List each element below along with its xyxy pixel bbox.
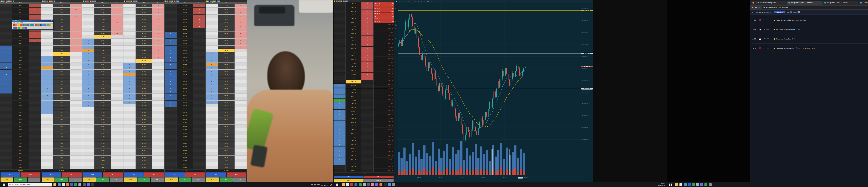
pointer-icon[interactable]: ➤ — [395, 4, 397, 6]
taskbar-app-trading-platform[interactable] — [350, 183, 353, 186]
ladder-row[interactable]: 1114779.00 — [334, 136, 374, 139]
ladder-row[interactable]: 157342 — [206, 45, 247, 49]
cancel-button[interactable]: CXL — [192, 177, 205, 182]
ask-cell[interactable] — [235, 145, 247, 149]
ask-cell[interactable] — [70, 114, 82, 118]
ladder-row[interactable]: 15696 — [164, 166, 206, 169]
ask-cell[interactable]: 5 — [235, 4, 247, 7]
bid-cell[interactable] — [123, 25, 135, 28]
ask-cell[interactable]: 7 — [235, 21, 247, 25]
bid-cell[interactable]: 3 — [82, 45, 94, 49]
ladder-row[interactable]: 157422 — [0, 14, 41, 18]
ladder-row[interactable]: 815723 — [0, 80, 41, 83]
quote-row[interactable]: 14788.50 — [374, 146, 394, 150]
ladder-row[interactable]: 815720 — [0, 90, 41, 94]
ladder-row[interactable]: 214780.50 — [334, 113, 374, 117]
ladder-row[interactable]: 15708 — [123, 145, 164, 149]
bid-cell[interactable] — [41, 121, 53, 124]
bid-cell[interactable] — [41, 149, 53, 152]
ladder-tool-icon[interactable] — [215, 1, 216, 2]
ask-cell[interactable] — [235, 94, 247, 97]
ask-cell[interactable]: 7 — [362, 54, 374, 58]
bid-cell[interactable] — [164, 118, 177, 121]
ask-cell[interactable] — [362, 121, 374, 124]
ask-cell[interactable] — [235, 52, 247, 55]
ladder-row[interactable]: 1574612 — [41, 8, 82, 11]
ladder-row[interactable]: 314778.50 — [334, 143, 374, 147]
bid-cell[interactable]: 9 — [334, 84, 346, 87]
ask-cell[interactable] — [111, 59, 123, 63]
ask-cell[interactable] — [70, 128, 82, 132]
taskbar-app-file-explorer[interactable] — [675, 183, 678, 186]
line-icon[interactable]: ∕ — [396, 11, 396, 13]
ladder-row[interactable]: 157481 — [123, 8, 164, 11]
ask-cell[interactable]: 3 — [362, 65, 374, 69]
bid-cell[interactable]: 2 — [0, 63, 12, 66]
bid-cell[interactable] — [41, 11, 53, 14]
ask-cell[interactable] — [111, 49, 123, 52]
bid-cell[interactable] — [0, 14, 12, 18]
ask-cell[interactable]: 9 — [152, 45, 164, 49]
bid-cell[interactable]: 2 — [334, 113, 346, 117]
ladder-row[interactable]: 715728 — [82, 59, 123, 63]
bid-cell[interactable] — [123, 132, 135, 135]
ladder-row[interactable]: 715715 — [164, 101, 206, 104]
ladder-row[interactable]: 714778.75 — [334, 139, 374, 143]
ladder-row[interactable]: 215731 — [206, 56, 247, 59]
bid-cell[interactable]: 15 — [334, 87, 346, 91]
ray-icon[interactable]: → — [395, 14, 397, 16]
ask-cell[interactable]: 3 — [152, 52, 164, 55]
ask-cell[interactable] — [193, 162, 206, 166]
ladder-row[interactable]: 414779.75 — [334, 124, 374, 128]
flat-button[interactable]: FLAT — [206, 177, 219, 182]
calendar-tool-icon[interactable] — [39, 24, 42, 26]
bid-cell[interactable] — [41, 135, 53, 138]
ladder-row[interactable]: 415728 — [164, 56, 206, 59]
ladder-tool-icon[interactable] — [172, 1, 174, 2]
ask-cell[interactable]: 5 — [362, 73, 374, 76]
bid-cell[interactable]: 7 — [206, 87, 218, 90]
ladder-row[interactable]: 15707 — [0, 135, 41, 138]
ask-cell[interactable]: 2 — [362, 58, 374, 61]
bid-cell[interactable]: 6 — [41, 107, 53, 111]
ask-cell[interactable]: 12 — [193, 4, 206, 7]
ladder-row[interactable]: 15697 — [82, 166, 123, 169]
ladder-row[interactable]: 715722 — [206, 87, 247, 90]
ask-cell[interactable] — [235, 104, 247, 107]
ladder-row[interactable]: 615730 — [0, 56, 41, 59]
ladder-row[interactable]: 515716 — [82, 101, 123, 104]
bid-cell[interactable]: 1 — [0, 52, 12, 55]
ladder-row[interactable]: 15709 — [82, 125, 123, 128]
cancel-button[interactable]: CXL — [233, 177, 246, 182]
ladder-tool-icon[interactable] — [6, 1, 7, 2]
ask-cell[interactable]: 1 — [152, 21, 164, 25]
bid-cell[interactable] — [123, 35, 135, 38]
ladder-tool-icon[interactable] — [212, 1, 213, 2]
bid-cell[interactable]: 4 — [82, 87, 94, 90]
bid-cell[interactable]: 4 — [334, 99, 346, 102]
ask-cell[interactable]: 2 — [29, 14, 41, 18]
ladder-row[interactable]: 157492 — [123, 4, 164, 8]
ladder-tool-icon[interactable] — [1, 1, 2, 2]
ask-cell[interactable]: 9 — [193, 25, 206, 28]
ladder-row[interactable]: 15707 — [82, 132, 123, 135]
bid-cell[interactable] — [41, 39, 53, 42]
ask-cell[interactable] — [29, 145, 41, 149]
bid-cell[interactable]: 4 — [206, 76, 218, 80]
cancel-button[interactable]: CXL — [69, 177, 82, 182]
ladder-row[interactable]: 15712 — [82, 114, 123, 118]
bid-cell[interactable] — [41, 152, 53, 155]
taskbar-app-edge[interactable] — [684, 183, 687, 186]
ask-cell[interactable]: 3 — [70, 18, 82, 21]
ask-cell[interactable] — [193, 56, 206, 59]
bid-cell[interactable]: 3 — [164, 87, 177, 90]
bid-cell[interactable] — [206, 132, 218, 135]
bid-cell[interactable]: 2 — [41, 90, 53, 94]
ask-cell[interactable] — [70, 111, 82, 114]
bid-cell[interactable]: 2 — [206, 63, 218, 66]
ask-cell[interactable]: 1 — [29, 11, 41, 14]
ask-cell[interactable] — [70, 66, 82, 69]
horizontal-line-icon[interactable]: ― — [405, 1, 406, 2]
ladder-row[interactable]: 214777.50 — [334, 158, 374, 161]
bid-cell[interactable]: 9 — [206, 90, 218, 94]
